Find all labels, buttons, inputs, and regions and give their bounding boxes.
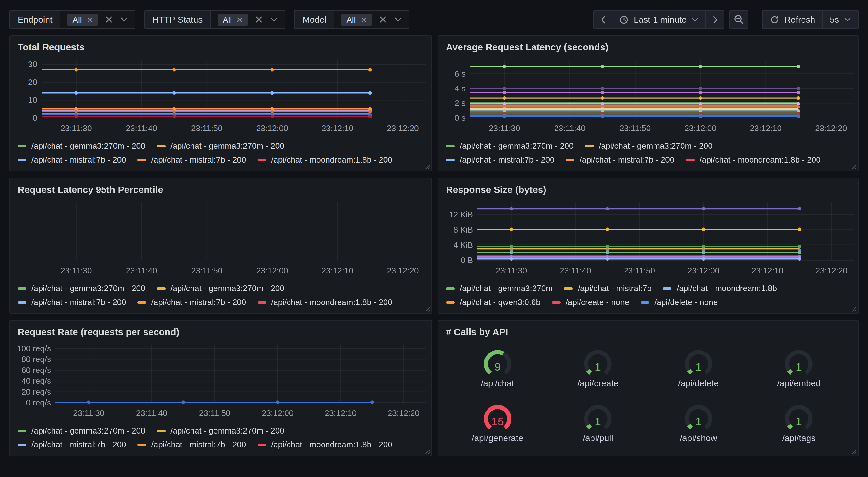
legend-series-marker — [137, 158, 147, 161]
gauge-label: /api/generate — [472, 433, 523, 443]
svg-text:8 KiB: 8 KiB — [454, 225, 473, 234]
legend-item[interactable]: /api/chat - moondream:1.8b - 200 — [257, 297, 392, 307]
legend-item[interactable]: /api/chat - gemma3:270m - 200 — [157, 141, 284, 151]
time-series-plot[interactable]: 010203023:11:3023:11:4023:11:5023:12:002… — [17, 55, 427, 137]
legend-series-marker — [446, 158, 455, 161]
zoom-out-time-button[interactable] — [730, 10, 748, 29]
legend-item[interactable]: /api/chat - moondream:1.8b — [663, 284, 777, 293]
legend-item[interactable]: /api/chat - mistral:7b - 200 — [18, 297, 126, 307]
time-series-chart: 0 s2 s4 s6 s23:11:3023:11:4023:11:5023:1… — [445, 55, 851, 139]
legend-item[interactable]: /api/chat - gemma3:270m - 200 — [446, 141, 574, 151]
chevron-down-icon[interactable] — [394, 17, 402, 22]
svg-text:23:12:10: 23:12:10 — [750, 123, 782, 133]
legend-item[interactable]: /api/chat - moondream:1.8b - 200 — [257, 440, 392, 449]
legend-item[interactable]: /api/chat - mistral:7b — [564, 284, 652, 293]
panel-average-request-latency: Average Request Latency (seconds) 0 s2 s… — [438, 35, 859, 171]
clear-selection-icon[interactable] — [255, 16, 263, 23]
gauge-value: 1 — [695, 415, 702, 427]
legend-item[interactable]: /api/chat - mistral:7b - 200 — [137, 297, 246, 307]
clear-selection-icon[interactable] — [379, 16, 386, 23]
time-range-label: Last 1 minute — [634, 14, 687, 25]
panel-resize-handle[interactable] — [850, 306, 857, 312]
gauge-arc: 15 — [475, 401, 520, 432]
chart-legend: /api/chat - gemma3:270m - 200/api/chat -… — [446, 141, 851, 165]
chevron-down-icon[interactable] — [120, 17, 128, 22]
time-series-plot[interactable]: 23:11:3023:11:4023:11:5023:12:0023:12:10… — [17, 197, 427, 279]
legend-item[interactable]: /api/chat - gemma3:270m - 200 — [18, 284, 145, 293]
svg-text:4 KiB: 4 KiB — [454, 240, 473, 250]
svg-text:0 req/s: 0 req/s — [26, 398, 51, 407]
chip-remove-icon[interactable] — [237, 17, 243, 22]
panel-resize-handle[interactable] — [424, 448, 430, 454]
filter-model-value[interactable]: All — [335, 11, 408, 28]
time-series-plot[interactable]: 0 B4 KiB8 KiB12 KiB23:11:3023:11:4023:11… — [445, 197, 856, 279]
legend-item[interactable]: /api/chat - qwen3:0.6b — [446, 297, 540, 307]
svg-text:40 req/s: 40 req/s — [22, 376, 51, 386]
legend-item[interactable]: /api/chat - gemma3:270m - 200 — [585, 141, 712, 151]
filter-endpoint-value[interactable]: All — [61, 11, 135, 28]
chart-legend: /api/chat - gemma3:270m - 200/api/chat -… — [18, 141, 425, 165]
panel-resize-handle[interactable] — [850, 163, 857, 170]
svg-text:100 req/s: 100 req/s — [17, 344, 51, 353]
legend-item[interactable]: /api/chat - moondream:1.8b - 200 — [686, 155, 820, 165]
legend-item[interactable]: /api/delete - none — [641, 297, 718, 307]
svg-text:23:12:10: 23:12:10 — [751, 266, 783, 275]
legend-series-marker — [257, 301, 266, 303]
svg-text:23:12:20: 23:12:20 — [388, 408, 420, 418]
svg-text:23:11:30: 23:11:30 — [60, 266, 92, 275]
variable-filters: Endpoint All HTTP Status All — [9, 10, 409, 29]
legend-item[interactable]: /api/chat - gemma3:270m — [446, 284, 553, 293]
panel-title[interactable]: Response Size (bytes) — [446, 183, 851, 196]
panel-title[interactable]: Total Requests — [18, 41, 425, 54]
time-series-chart: 010203023:11:3023:11:4023:11:5023:12:002… — [17, 55, 425, 139]
filter-endpoint-chip[interactable]: All — [68, 13, 98, 26]
time-shift-forward-button[interactable] — [706, 10, 724, 29]
refresh-button[interactable]: Refresh — [762, 10, 823, 29]
legend-series-label: /api/chat - moondream:1.8b — [677, 284, 777, 293]
panel-resize-handle[interactable] — [424, 163, 430, 170]
chevron-down-icon[interactable] — [270, 17, 278, 22]
legend-item[interactable]: /api/chat - mistral:7b - 200 — [18, 440, 126, 449]
gauge-label: /api/pull — [583, 433, 613, 443]
legend-item[interactable]: /api/chat - moondream:1.8b - 200 — [257, 155, 392, 165]
chip-remove-icon[interactable] — [361, 17, 366, 22]
legend-item[interactable]: /api/chat - gemma3:270m - 200 — [18, 141, 145, 151]
legend-row: /api/chat - gemma3:270m - 200/api/chat -… — [446, 141, 851, 151]
filter-endpoint: Endpoint All — [9, 10, 135, 29]
legend-item[interactable]: /api/create - none — [552, 297, 629, 307]
legend-item[interactable]: /api/chat - mistral:7b - 200 — [137, 155, 246, 165]
legend-item[interactable]: /api/chat - gemma3:270m - 200 — [157, 284, 284, 293]
panel-resize-handle[interactable] — [424, 306, 430, 312]
legend-series-label: /api/create - none — [566, 297, 629, 307]
legend-series-label: /api/chat - mistral:7b - 200 — [460, 155, 555, 165]
legend-series-label: /api/chat - mistral:7b - 200 — [31, 155, 126, 165]
panel-title[interactable]: # Calls by API — [446, 326, 851, 338]
time-series-plot[interactable]: 0 req/s20 req/s40 req/s60 req/s80 req/s1… — [17, 340, 427, 422]
gauge-arc: 1 — [776, 346, 822, 377]
time-series-chart: 23:11:3023:11:4023:11:5023:12:0023:12:10… — [17, 197, 425, 282]
svg-text:23:11:30: 23:11:30 — [496, 266, 527, 275]
legend-item[interactable]: /api/chat - gemma3:270m - 200 — [157, 426, 284, 436]
panel-title[interactable]: Average Request Latency (seconds) — [446, 41, 851, 54]
time-shift-back-button[interactable] — [593, 10, 612, 29]
clear-selection-icon[interactable] — [105, 16, 113, 23]
filter-model-chip[interactable]: All — [341, 13, 371, 26]
legend-item[interactable]: /api/chat - mistral:7b - 200 — [566, 155, 675, 165]
filter-http-status-value[interactable]: All — [211, 11, 285, 28]
legend-item[interactable]: /api/chat - gemma3:270m - 200 — [18, 426, 145, 436]
chart-legend: /api/chat - gemma3:270m - 200/api/chat -… — [18, 426, 425, 449]
legend-item[interactable]: /api/chat - mistral:7b - 200 — [137, 440, 246, 449]
legend-item[interactable]: /api/chat - mistral:7b - 200 — [18, 155, 126, 165]
panel-resize-handle[interactable] — [850, 448, 857, 454]
gauge-arc: 9 — [475, 346, 520, 377]
time-range-picker-button[interactable]: Last 1 minute — [612, 10, 706, 29]
gauge-api-generate: 15/api/generate — [447, 394, 548, 449]
panel-title[interactable]: Request Rate (requests per second) — [18, 326, 425, 338]
panel-title[interactable]: Request Latency 95th Percentile — [18, 183, 425, 196]
svg-text:23:11:40: 23:11:40 — [126, 123, 157, 133]
refresh-interval-button[interactable]: 5s — [822, 10, 859, 29]
time-series-plot[interactable]: 0 s2 s4 s6 s23:11:3023:11:4023:11:5023:1… — [445, 55, 856, 137]
legend-item[interactable]: /api/chat - mistral:7b - 200 — [446, 155, 555, 165]
filter-http-status-chip[interactable]: All — [218, 13, 248, 26]
chip-remove-icon[interactable] — [87, 17, 92, 22]
